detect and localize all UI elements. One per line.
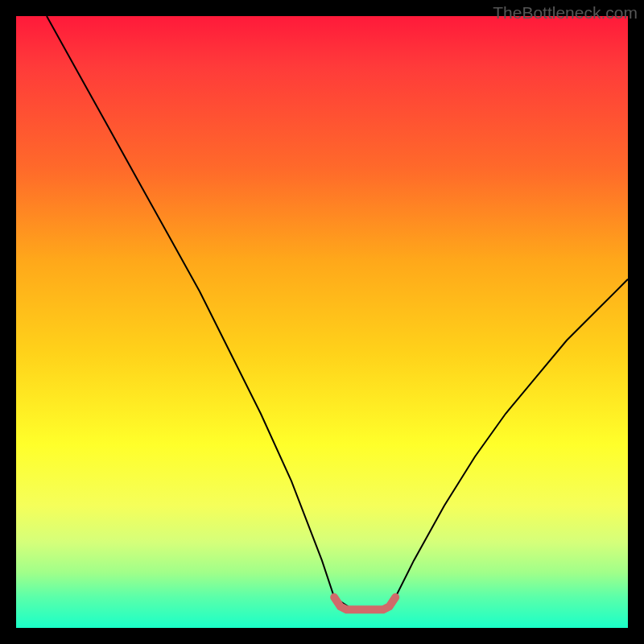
plot-area bbox=[16, 16, 628, 628]
bottleneck-curve bbox=[47, 16, 628, 609]
watermark-text: TheBottleneck.com bbox=[493, 3, 638, 23]
chart-container: TheBottleneck.com bbox=[0, 0, 644, 644]
curve-svg bbox=[16, 16, 628, 628]
